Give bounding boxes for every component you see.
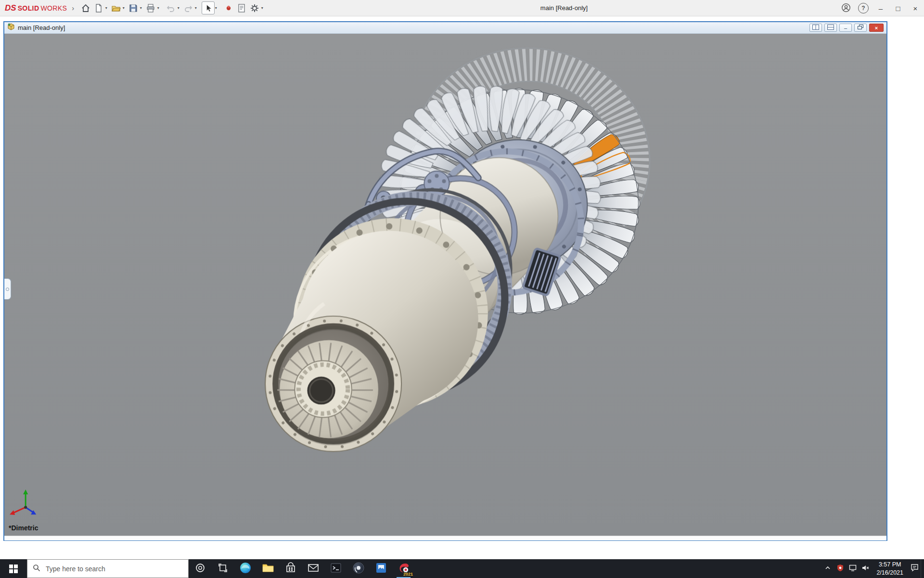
select-cursor-icon — [204, 4, 213, 13]
select-tool-button[interactable] — [202, 1, 215, 14]
viewport-bottom-strip — [4, 536, 886, 540]
save-icon — [128, 3, 138, 13]
help-icon: ? — [858, 3, 869, 13]
clock-date: 2/16/2021 — [876, 569, 903, 577]
featuremanager-tab-dot-icon — [6, 288, 9, 291]
save-caret-icon[interactable]: ▾ — [139, 6, 143, 10]
file-explorer-icon — [262, 562, 274, 576]
redo-icon — [183, 3, 193, 13]
task-view-button[interactable] — [211, 559, 234, 578]
settings-caret-icon[interactable]: ▾ — [260, 6, 264, 10]
store-icon — [285, 562, 296, 576]
view-orientation-label: *Dimetric — [9, 524, 38, 532]
open-caret-icon[interactable]: ▾ — [121, 6, 126, 10]
photos-icon — [375, 562, 387, 576]
menu-expander-icon[interactable]: › — [72, 4, 74, 12]
display-tray-icon — [849, 564, 857, 574]
show-desktop-button[interactable] — [921, 559, 924, 578]
featuremanager-collapsed-tab[interactable] — [4, 278, 11, 300]
tray-expand-icon — [824, 565, 831, 573]
cortana-icon — [195, 563, 205, 575]
brand-works: WORKS — [40, 4, 67, 12]
volume-tray-icon — [861, 564, 869, 574]
print-button[interactable] — [144, 1, 157, 14]
new-document-caret-icon[interactable]: ▾ — [104, 6, 108, 10]
help-button[interactable]: ? — [855, 0, 872, 16]
system-tray: 3:57 PM 2/16/2021 — [821, 559, 924, 578]
start-icon — [9, 565, 18, 573]
print-caret-icon[interactable]: ▾ — [156, 6, 160, 10]
new-document-icon — [94, 3, 103, 13]
settings-button[interactable] — [248, 1, 261, 14]
graphics-area[interactable]: *Dimetric — [4, 34, 886, 536]
mail-button[interactable] — [302, 559, 324, 578]
media-app-button[interactable] — [347, 559, 370, 578]
edge-button[interactable] — [234, 559, 257, 578]
undo-icon — [166, 3, 176, 13]
app-menubar: DS SOLIDWORKS › ▾ ▾ ▾ ▾ ▾ — [0, 0, 924, 16]
settings-gear-icon — [250, 3, 259, 13]
taskbar-search[interactable] — [27, 559, 189, 578]
solidworks-taskbar-button[interactable]: 2021 — [392, 559, 415, 578]
photos-button[interactable] — [370, 559, 392, 578]
app-close-button[interactable]: × — [907, 0, 924, 16]
brand-solid: SOLID — [18, 4, 39, 12]
search-input[interactable] — [45, 565, 183, 573]
brand-mark: DS — [5, 3, 16, 13]
document-titlebar[interactable]: main [Read-only] – × — [4, 22, 886, 34]
security-tray-icon — [836, 564, 844, 574]
tray-expand-button[interactable] — [821, 559, 834, 578]
windows-taskbar: 2021 3:57 PM 2/16/2021 — [0, 559, 924, 578]
assembly-document-icon — [7, 23, 15, 33]
print-icon — [146, 3, 155, 13]
volume-tray-button[interactable] — [859, 559, 872, 578]
app-minimize-button[interactable]: – — [872, 0, 889, 16]
open-button[interactable] — [109, 1, 122, 14]
cortana-button[interactable] — [189, 559, 211, 578]
terminal-button[interactable] — [324, 559, 347, 578]
record-button[interactable] — [222, 1, 235, 14]
solidworks-version-badge: 2021 — [403, 572, 413, 577]
undo-button[interactable] — [164, 1, 177, 14]
edge-icon — [239, 562, 252, 576]
home-button[interactable] — [79, 1, 92, 14]
search-icon — [33, 564, 40, 574]
action-center-icon — [911, 564, 919, 574]
document-properties-icon — [237, 3, 246, 13]
undo-caret-icon[interactable]: ▾ — [176, 6, 180, 10]
doc-restore-button[interactable] — [854, 24, 867, 32]
media-app-icon — [352, 562, 365, 576]
doc-close-button[interactable]: × — [869, 24, 884, 32]
taskbar-clock[interactable]: 3:57 PM 2/16/2021 — [872, 561, 908, 577]
save-button[interactable] — [127, 1, 140, 14]
doc-minimize-button[interactable]: – — [839, 24, 852, 32]
new-document-button[interactable] — [92, 1, 105, 14]
file-explorer-button[interactable] — [257, 559, 279, 578]
app-title: main [Read-only] — [506, 0, 622, 16]
select-caret-icon[interactable]: ▾ — [214, 6, 218, 10]
open-icon — [111, 3, 121, 13]
split-view-2-button[interactable] — [824, 24, 837, 32]
start-button[interactable] — [0, 559, 27, 578]
task-view-icon — [218, 563, 228, 575]
terminal-icon — [330, 562, 342, 576]
engine-3d-model[interactable] — [4, 34, 886, 536]
document-properties-button[interactable] — [235, 1, 248, 14]
action-center-button[interactable] — [908, 559, 921, 578]
split-view-button[interactable] — [809, 24, 822, 32]
orientation-triad-icon — [10, 489, 36, 515]
account-icon — [841, 3, 851, 14]
redo-caret-icon[interactable]: ▾ — [193, 6, 198, 10]
restore-icon — [858, 25, 863, 31]
app-window-controls: ? – □ × — [837, 0, 924, 16]
account-button[interactable] — [837, 0, 855, 16]
security-tray-button[interactable] — [834, 559, 847, 578]
document-window: main [Read-only] – × — [3, 21, 887, 541]
store-button[interactable] — [279, 559, 302, 578]
split-view-icon — [812, 25, 819, 31]
solidworks-logo: DS SOLIDWORKS — [5, 3, 67, 13]
display-tray-button[interactable] — [847, 559, 859, 578]
app-maximize-button[interactable]: □ — [889, 0, 907, 16]
document-window-controls: – × — [809, 24, 884, 32]
redo-button[interactable] — [181, 1, 194, 14]
